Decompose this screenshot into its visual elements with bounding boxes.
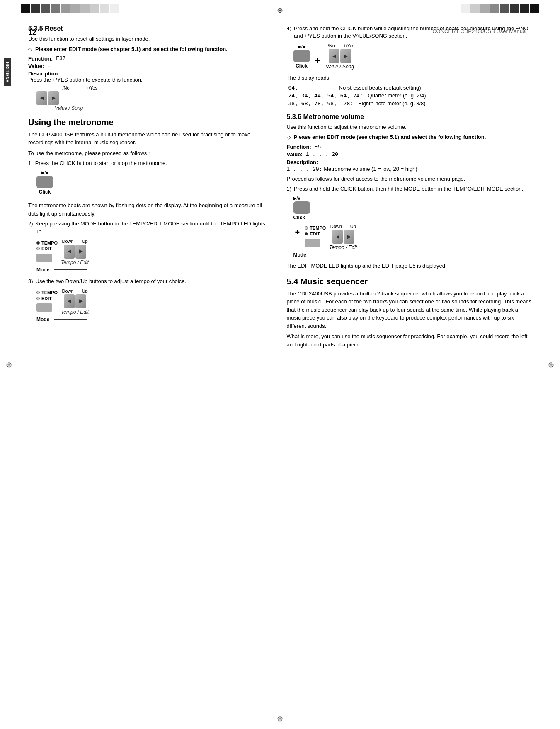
led-indicators-step3: TEMPO EDIT (36, 290, 58, 312)
536-click-diagram: ▶/■ Click (293, 196, 532, 220)
value-song-caption-step4: Value / Song (326, 64, 354, 70)
click-btn-step4: ▶/■ Click (293, 44, 310, 69)
step3-num: 3) (28, 278, 33, 285)
section-535-intro: Use this function to reset all settings … (28, 35, 274, 43)
section-535-bullet: ◇ Please enter EDIT mode (see chapter 5.… (28, 46, 274, 53)
swatches-left (21, 4, 119, 14)
536-left-arrow[interactable]: ◀ (332, 230, 343, 244)
536-click-btn: ▶/■ Click (293, 196, 532, 220)
diamond-icon: ◇ (28, 46, 32, 53)
536-right-arrow[interactable]: ▶ (344, 230, 354, 244)
edit-led-row: EDIT (36, 246, 58, 251)
step4-arrows: ◀ ▶ (329, 49, 351, 63)
step2-arrows: ◀ ▶ (64, 245, 86, 259)
display-row-1: 04: No stressed beats (default setting) (288, 85, 532, 91)
description-text: Press the +/YES button to execute this f… (28, 77, 143, 83)
right-column: 4) Press and hold the CLICK button while… (287, 25, 532, 712)
step1-num: 1. (28, 160, 33, 167)
step4-num: 4) (287, 25, 292, 40)
display-table: 04: No stressed beats (default setting) … (288, 85, 532, 107)
minus-label-step4: −/No (325, 43, 335, 48)
536-arrow-group: Down Up ◀ ▶ Tempo / Edit (329, 224, 357, 250)
step3-down-up-labels: Down Up (62, 288, 88, 293)
step2-diagram: TEMPO EDIT Down Up (36, 239, 274, 273)
plus-icon-536: + (295, 228, 300, 236)
step2-controls: TEMPO EDIT Down Up (36, 239, 89, 265)
minus-plus-labels: −/No +/Yes (325, 43, 354, 48)
down-label: Down (62, 239, 74, 244)
step2-left-arrow[interactable]: ◀ (64, 245, 75, 259)
compass-bottom: ⊕ (277, 714, 283, 723)
down-label-step3: Down (62, 288, 74, 293)
vs-labels: −/No +/Yes (60, 85, 97, 90)
step4-text: Press and hold the CLICK button while ad… (294, 25, 532, 40)
step2-arrow-group: Down Up ◀ ▶ Tempo / Edit (61, 239, 89, 265)
step2-right-arrow[interactable]: ▶ (75, 245, 86, 259)
mode-dash-step2 (54, 269, 87, 270)
section-535-heading: 5.3.5 Reset (28, 25, 274, 32)
display-val-3: 38, 68, 78, 98, 128: (288, 100, 354, 107)
compass-right: ⊕ (548, 360, 554, 369)
vs-btn-row: ◀ ▶ (36, 91, 59, 105)
edit-led-row-536: EDIT (305, 231, 326, 236)
click-button-536[interactable] (293, 201, 310, 214)
minus-no-label: −/No (60, 85, 70, 90)
display-val-1: 04: (288, 85, 334, 91)
play-icon-label: ▶/■ (41, 170, 48, 175)
left-arrow-btn[interactable]: ◀ (36, 91, 47, 105)
right-arrow-btn[interactable]: ▶ (48, 91, 59, 105)
section-536-bullet: ◇ Please enter EDIT mode (see chapter 5.… (287, 133, 532, 141)
description-label-536: Description: (287, 159, 318, 165)
step3-diagram: TEMPO EDIT Down Up (36, 288, 274, 322)
main-content: 5.3.5 Reset Use this function to reset a… (28, 25, 532, 712)
tempo-led-536 (305, 226, 308, 230)
536-arrows: ◀ ▶ (332, 230, 354, 244)
step2-num: 2) (28, 220, 33, 235)
mode-button-step3[interactable] (36, 303, 52, 312)
description-row: Description: Press the +/YES button to e… (28, 70, 274, 83)
step3-left-arrow[interactable]: ◀ (64, 294, 75, 308)
edit-led-step3 (36, 297, 40, 300)
up-label-536: Up (350, 224, 356, 229)
click-button[interactable] (36, 176, 53, 188)
left-column: 5.3.5 Reset Use this function to reset a… (28, 25, 274, 712)
step3-right-arrow[interactable]: ▶ (75, 294, 86, 308)
section-535: 5.3.5 Reset Use this function to reset a… (28, 25, 274, 111)
step4-left-arrow[interactable]: ◀ (329, 49, 339, 63)
step4-controls: ▶/■ Click + −/No +/Yes (293, 43, 532, 70)
section-54-para2: What is more, you can use the music sequ… (287, 332, 532, 349)
function-row: Function: E37 (28, 56, 274, 62)
up-label: Up (82, 239, 88, 244)
led-indicators-step2: TEMPO EDIT (36, 240, 58, 262)
step1-text: Press the CLICK button to start or stop … (35, 160, 167, 167)
tempo-led-label-536: TEMPO (310, 225, 326, 230)
display-reads: The display reads: (287, 74, 532, 82)
description-label: Description: (28, 70, 60, 77)
edit-led-label-536: EDIT (310, 231, 320, 236)
tempo-led-label: TEMPO (41, 240, 58, 245)
section-536-bullet-text: Please enter EDIT mode (see chapter 5.1)… (294, 133, 486, 141)
display-desc-1: No stressed beats (default setting) (339, 85, 421, 91)
language-tab: ENGLISH (4, 58, 11, 86)
section-536-intro: Use this function to adjust the metronom… (287, 123, 532, 131)
step1-note1: The metronome beats are shown by flashin… (28, 201, 274, 218)
function-value: E37 (56, 56, 65, 62)
tempo-led-row: TEMPO (36, 240, 58, 245)
step2-down-up-labels: Down Up (62, 239, 88, 244)
click-button-step4[interactable] (293, 50, 310, 62)
mode-button-step2[interactable] (36, 254, 52, 262)
vs-caption: Value / Song (55, 105, 83, 111)
edit-led-label-step3: EDIT (41, 296, 52, 301)
tempo-edit-caption-step2: Tempo / Edit (61, 259, 89, 265)
click-btn-row: ▶/■ Click (36, 170, 53, 195)
desc-text-536: Metronome volume (1 = low, 20 = high) (324, 166, 417, 172)
display-desc-2: Quarter meter (e. g. 2/4) (368, 92, 426, 99)
value-value-536: 1 . . . 20 (306, 151, 338, 157)
section-535-bullet-text: Please enter EDIT mode (see chapter 5.1)… (35, 46, 228, 53)
step4-right-arrow[interactable]: ▶ (340, 49, 351, 63)
metronome-step1: 1. Press the CLICK button to start or st… (28, 160, 274, 167)
step4-plus: + (313, 48, 322, 65)
swatches-right (461, 4, 539, 14)
diamond-icon-536: ◇ (287, 134, 291, 141)
mode-button-536[interactable] (305, 239, 320, 247)
